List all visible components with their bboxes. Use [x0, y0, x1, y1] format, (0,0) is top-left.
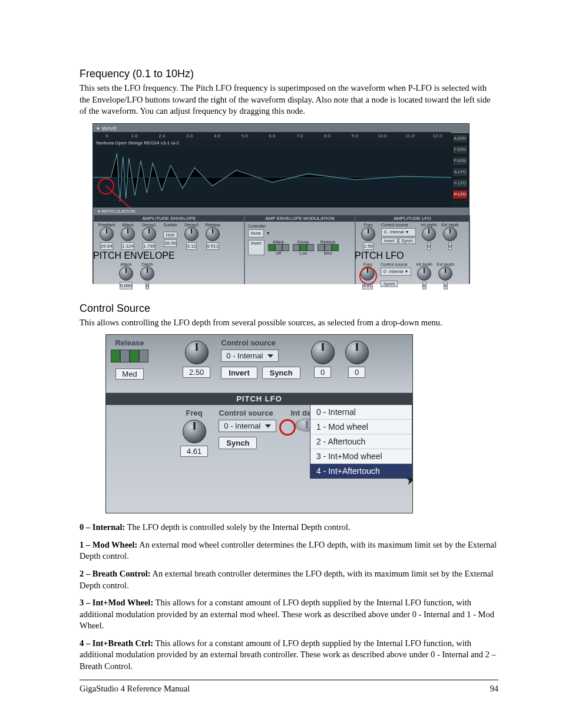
menu-item-0[interactable]: 0 - Internal [310, 405, 412, 420]
val-preattack: 26.84 [100, 242, 113, 250]
def-4: 4 – Int+Breath Ctrl: This allows for a c… [80, 638, 498, 673]
knob-preattack[interactable] [100, 227, 114, 241]
amp-mod-panel: AMP ENVELOPE MODULATION Controller None▼… [244, 215, 356, 284]
amp-lfo-title: AMPLITUDE LFO [355, 215, 470, 222]
controller-label: Controller [248, 224, 352, 228]
annotation-freq-circle [359, 267, 377, 285]
pitch-lfo-freq-knob-zoom[interactable] [183, 420, 206, 443]
para-control-source: This allows controlling the LFO depth fr… [80, 317, 498, 329]
btn-f-env[interactable]: F-ENV [452, 145, 468, 154]
def-0: 0 – Internal: The LFO depth is controlle… [80, 522, 498, 533]
controller-dropdown[interactable]: None [248, 229, 264, 238]
control-source-menu: 0 - Internal 1 - Mod wheel 2 - Aftertouc… [310, 404, 412, 479]
amp-lfo-cs-label: Control source [381, 223, 416, 227]
cs-dropdown-top[interactable]: 0 - Internal [221, 350, 279, 362]
amp-lfo-freq-knob[interactable] [361, 227, 375, 241]
screenshot-wave-panel: ▾ WAVE 01.02.03.04.05.06.07.08.09.010.01… [92, 123, 470, 284]
pitch-lfo-cs-dropdown-zoom[interactable]: 0 - Internal [219, 420, 276, 432]
knob-attack[interactable] [121, 227, 135, 241]
pitch-env-title: PITCH ENVELOPE [93, 251, 244, 261]
amp-lfo-synch[interactable]: Synch [399, 238, 416, 244]
val-sustain: 38.50 [164, 239, 177, 247]
articulation-title: ▾ ARTICULATION [93, 207, 469, 215]
ext-depth-knob-top[interactable] [345, 341, 369, 364]
footer-page: 94 [490, 684, 499, 694]
heading-frequency: Frequency (0.1 to 10Hz) [80, 68, 498, 80]
pitch-lfo-header: PITCH LFO [106, 393, 412, 405]
pitch-lfo-synch[interactable]: Synch [381, 281, 398, 287]
amp-lfo-ext-knob[interactable] [443, 227, 457, 241]
knob-release[interactable] [206, 227, 220, 241]
pitch-lfo-cs-dropdown[interactable]: 0 - Internal ▼ [381, 268, 411, 276]
mod-attack[interactable] [268, 244, 289, 251]
footer-title: GigaStudio 4 Reference Manual [80, 684, 190, 694]
val-release: 0.511 [206, 242, 219, 250]
para-frequency: This sets the LFO frequency. The Pitch L… [80, 83, 498, 117]
btn-p-env[interactable]: P-ENV [452, 156, 468, 166]
mod-release[interactable] [318, 244, 339, 251]
val-decay1: 1.738 [143, 242, 156, 250]
wave-ruler: 01.02.03.04.05.06.07.08.09.010.011.012.0 [93, 132, 451, 140]
pitch-lfo-int-knob[interactable] [417, 266, 431, 281]
menu-item-1[interactable]: 1 - Mod wheel [310, 420, 412, 434]
release-med: Med [115, 368, 143, 380]
pitch-lfo-panel: PITCH LFO Freq 4.61 Control source 0 - I… [355, 251, 469, 284]
knob-decay2[interactable] [184, 227, 199, 241]
pitch-env-depth[interactable] [140, 266, 154, 281]
val-attack: 1.124 [121, 242, 134, 250]
hold-button[interactable]: Hold [163, 232, 177, 238]
release-label: Release [115, 338, 144, 347]
release-segments[interactable] [111, 350, 148, 363]
btn-a-env[interactable]: A-ENV [452, 134, 468, 143]
amp-lfo-int-val: 0 [427, 242, 431, 250]
amp-lfo-ext-val: 0 [448, 242, 452, 250]
menu-item-2[interactable]: 2 - Aftertouch [310, 434, 412, 449]
pitch-lfo-freq-label: Freq [186, 409, 203, 417]
dropdown-caret-icon [265, 424, 271, 428]
amp-lfo-freq-val: 2.50 [363, 242, 373, 250]
val-decay2: 3.12 [186, 242, 197, 250]
def-1: 1 – Mod Wheel: An external mod wheel con… [80, 539, 498, 562]
btn-p-lfo[interactable]: P-LFO [452, 190, 468, 199]
pitch-lfo-cs-label: Control source [219, 409, 273, 417]
heading-control-source: Control Source [80, 302, 498, 315]
amp-lfo-freq-knob-zoom[interactable] [185, 341, 209, 364]
amp-lfo-invert[interactable]: Invert [381, 238, 398, 244]
amp-lfo-int-knob[interactable] [422, 227, 436, 241]
synch-button-bot[interactable]: Synch [219, 437, 257, 449]
menu-item-3[interactable]: 3 - Int+Mod wheel [310, 449, 412, 464]
dropdown-caret-icon [267, 354, 273, 358]
knob-decay1[interactable] [142, 227, 156, 241]
menu-item-4[interactable]: 4 - Int+Aftertouch [310, 464, 412, 478]
amp-mod-title: AMP ENVELOPE MODULATION [244, 215, 355, 222]
amp-lfo-freq-val-zoom: 2.50 [183, 367, 210, 378]
mod-decay[interactable] [293, 244, 314, 251]
pitch-env-attack[interactable] [119, 266, 133, 281]
amp-env-title: AMPLITUDE ENVELOPE [94, 215, 244, 222]
screenshot-control-source: Release Med 2.50 Control source 0 - Inte… [105, 334, 413, 513]
btn-f-lfo[interactable]: F-LFO [452, 179, 468, 188]
pitch-lfo-title: PITCH LFO [355, 251, 469, 261]
pitch-lfo-ext-knob[interactable] [438, 266, 452, 281]
page-footer: GigaStudio 4 Reference Manual 94 [80, 680, 498, 694]
env-lfo-buttons: A-ENV F-ENV P-ENV A-LFO F-LFO P-LFO [451, 132, 469, 207]
int-depth-knob-top[interactable] [311, 341, 335, 364]
synch-button-top[interactable]: Synch [262, 367, 300, 379]
waveform[interactable] [93, 147, 451, 207]
cs-label: Control source [221, 338, 275, 347]
btn-a-lfo[interactable]: A-LFO [452, 167, 468, 177]
invert-button[interactable]: Invert [221, 367, 257, 379]
mod-invert[interactable]: Invert [248, 240, 265, 255]
pitch-lfo-freq-val-zoom: 4.61 [180, 446, 208, 457]
def-2: 2 – Breath Control: An external breath c… [80, 568, 498, 591]
sample-name: Tambura Open Strings REG24 c3-1 ul-2 [95, 140, 179, 146]
pitch-env-panel: PITCH ENVELOPE Attack0.000 Depth0 [93, 251, 244, 284]
cursor-icon: ➤ [404, 472, 413, 488]
def-3: 3 – Int+Mod Wheel: This allows for a con… [80, 597, 498, 632]
amp-lfo-cs-dropdown[interactable]: 0 - Internal ▼ [381, 228, 416, 236]
